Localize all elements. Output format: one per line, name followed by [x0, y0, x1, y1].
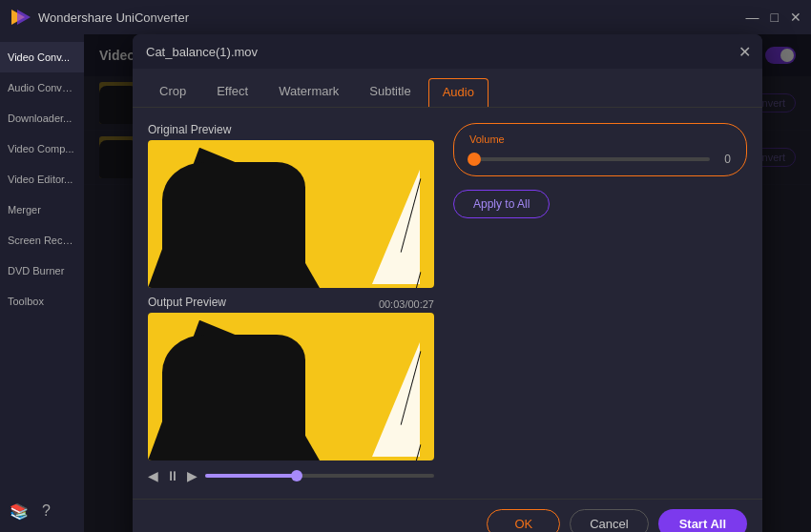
progress-fill: [205, 474, 297, 478]
main-layout: Video Conv... Audio Conve... Downloader.…: [0, 34, 811, 532]
app-logo-icon: [11, 8, 31, 27]
cancel-button[interactable]: Cancel: [570, 509, 648, 532]
sidebar-item-downloader[interactable]: Downloader...: [0, 103, 84, 133]
progress-thumb: [291, 470, 302, 481]
cat-body2-out: [162, 335, 305, 460]
pause-button[interactable]: ⏸: [166, 468, 179, 483]
app-title: Wondershare UniConverter: [38, 10, 189, 25]
start-all-button[interactable]: Start All: [658, 509, 747, 532]
close-button[interactable]: ✕: [790, 10, 801, 25]
tab-audio[interactable]: Audio: [428, 78, 489, 107]
volume-thumb: [468, 153, 481, 166]
tab-subtitle[interactable]: Subtitle: [356, 78, 424, 107]
ok-button[interactable]: OK: [487, 509, 560, 532]
output-preview-label: Output Preview: [148, 296, 226, 309]
modal-close-button[interactable]: ✕: [738, 43, 751, 61]
white-triangle: [372, 170, 420, 284]
modal-titlebar: Cat_balance(1).mov ✕: [133, 34, 762, 69]
content-area: Video Conv... Conversion Cat_balance(1).…: [84, 34, 811, 532]
minimize-button[interactable]: —: [746, 10, 759, 25]
video-panels: Original Preview: [148, 123, 434, 487]
volume-label: Volume: [469, 133, 731, 145]
sidebar-bottom: 📚 ?: [0, 491, 84, 532]
sidebar-item-video-converter[interactable]: Video Conv...: [0, 42, 84, 72]
sidebar-item-toolbox[interactable]: Toolbox: [0, 286, 84, 317]
right-panel: Volume 0 Apply to All: [453, 123, 747, 487]
preview-timestamp: 00:03/00:27: [379, 298, 434, 310]
sidebar-item-audio-converter[interactable]: Audio Conve...: [0, 72, 84, 103]
svg-marker-1: [17, 10, 31, 25]
prev-button[interactable]: ◀: [148, 468, 158, 483]
apply-to-all-button[interactable]: Apply to All: [453, 190, 550, 218]
output-cat-frame: [148, 313, 434, 460]
white-triangle-out: [372, 342, 420, 457]
book-icon[interactable]: 📚: [10, 502, 29, 521]
volume-track[interactable]: [469, 157, 710, 161]
progress-track[interactable]: [205, 474, 434, 478]
titlebar: Wondershare UniConverter — □ ✕: [0, 0, 811, 34]
sidebar: Video Conv... Audio Conve... Downloader.…: [0, 34, 84, 532]
modal-dialog: Cat_balance(1).mov ✕ Crop Effect Waterma…: [133, 34, 762, 532]
modal-overlay: Cat_balance(1).mov ✕ Crop Effect Waterma…: [84, 34, 811, 532]
tab-effect[interactable]: Effect: [203, 78, 261, 107]
sidebar-item-dvd-burner[interactable]: DVD Burner: [0, 256, 84, 286]
window-controls: — □ ✕: [746, 10, 801, 25]
output-preview-section: Output Preview 00:03/00:27: [148, 296, 434, 487]
sidebar-item-merger[interactable]: Merger: [0, 194, 84, 225]
modal-tabs: Crop Effect Watermark Subtitle Audio: [133, 69, 762, 108]
volume-container: Volume 0: [453, 123, 747, 176]
original-preview-label: Original Preview: [148, 123, 434, 136]
next-button[interactable]: ▶: [187, 468, 198, 483]
playback-bar: ◀ ⏸ ▶: [148, 464, 434, 487]
white-lines-out: [410, 350, 411, 460]
original-cat-frame: [148, 140, 434, 288]
output-preview-frame: [148, 313, 434, 460]
cat-body2-silhouette: [162, 162, 305, 288]
sidebar-item-video-editor[interactable]: Video Editor...: [0, 164, 84, 194]
help-icon[interactable]: ?: [42, 502, 51, 521]
sidebar-item-video-compressor[interactable]: Video Comp...: [0, 133, 84, 164]
original-preview-section: Original Preview: [148, 123, 434, 288]
modal-filename: Cat_balance(1).mov: [146, 45, 258, 59]
modal-footer: OK Cancel Start All: [133, 499, 762, 532]
modal-body: Original Preview: [133, 108, 762, 499]
tab-watermark[interactable]: Watermark: [265, 78, 352, 107]
original-preview-frame: [148, 140, 434, 288]
white-lines: [410, 177, 411, 288]
sidebar-item-screen-recorder[interactable]: Screen Reco...: [0, 225, 84, 256]
volume-row: 0: [469, 153, 731, 166]
volume-value: 0: [717, 153, 731, 166]
tab-crop[interactable]: Crop: [146, 78, 199, 107]
maximize-button[interactable]: □: [771, 10, 779, 25]
